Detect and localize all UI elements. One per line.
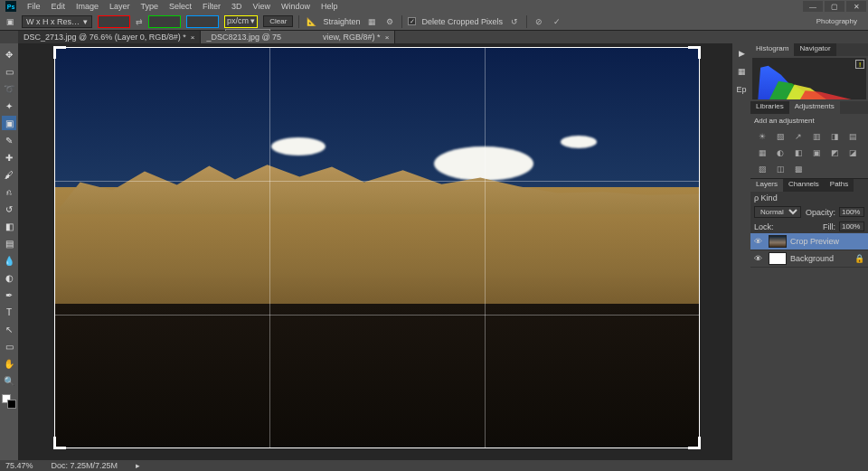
- panel-icon[interactable]: ▦: [738, 67, 746, 76]
- tab-channels[interactable]: Channels: [783, 179, 825, 192]
- document-tab-2[interactable]: _DSC8213.jpg @ 75view, RGB/8#) *×: [201, 31, 395, 43]
- resolution-unit-dropdown[interactable]: px/cm ▾ px/in px/cm: [224, 15, 258, 28]
- opacity-input[interactable]: [839, 207, 864, 217]
- blur-tool[interactable]: 💧: [2, 253, 16, 268]
- crop-tool[interactable]: ▣: [2, 116, 16, 130]
- dodge-tool[interactable]: ◐: [2, 270, 16, 285]
- magic-wand-tool[interactable]: ✦: [2, 99, 16, 113]
- crop-handle-br[interactable]: [688, 437, 701, 449]
- adj-exposure-icon[interactable]: ▥: [810, 131, 823, 142]
- crop-resolution-input[interactable]: [187, 16, 218, 27]
- tab-close-icon[interactable]: ×: [191, 33, 195, 42]
- crop-overlay[interactable]: [54, 47, 700, 448]
- document-size[interactable]: Doc: 7.25M/7.25M: [52, 461, 118, 470]
- straighten-label[interactable]: Straighten: [323, 17, 360, 26]
- adj-invert-icon[interactable]: ◪: [846, 147, 859, 158]
- window-close[interactable]: ✕: [846, 1, 866, 12]
- histogram-warning-icon[interactable]: !: [855, 60, 864, 69]
- crop-width-input[interactable]: [99, 16, 129, 27]
- pen-tool[interactable]: ✒: [2, 287, 16, 302]
- zoom-level[interactable]: 75.47%: [5, 461, 33, 470]
- clone-stamp-tool[interactable]: ⎌: [2, 184, 16, 199]
- document-tab-1[interactable]: DSC_2713.jpg @ 76.6% (Layer 0, RGB/8#) *…: [18, 31, 201, 43]
- crop-handle-tr[interactable]: [688, 46, 701, 59]
- tab-paths[interactable]: Paths: [825, 179, 854, 192]
- background-color[interactable]: [7, 400, 16, 409]
- move-tool[interactable]: ✥: [2, 47, 16, 61]
- layer-row-background[interactable]: 👁 Background 🔒: [750, 250, 868, 268]
- cancel-crop-icon[interactable]: ⊘: [533, 15, 545, 28]
- adj-colorbalance-icon[interactable]: ▦: [756, 147, 769, 158]
- marquee-tool[interactable]: ▭: [2, 64, 16, 79]
- clear-button[interactable]: Clear: [263, 15, 293, 27]
- straighten-icon[interactable]: 📐: [305, 15, 317, 28]
- fill-input[interactable]: [839, 221, 864, 231]
- menu-help[interactable]: Help: [321, 2, 338, 11]
- adj-vibrance-icon[interactable]: ◨: [828, 131, 841, 142]
- commit-crop-icon[interactable]: ✓: [551, 15, 563, 28]
- tab-navigator[interactable]: Navigator: [794, 43, 835, 56]
- menu-type[interactable]: Type: [141, 2, 159, 11]
- blend-mode-dropdown[interactable]: Normal: [754, 206, 801, 218]
- crop-handle-bl[interactable]: [53, 437, 66, 449]
- workspace-switcher[interactable]: Photography: [816, 17, 864, 25]
- export-icon[interactable]: Ep: [736, 85, 746, 94]
- adj-curves-icon[interactable]: ↗: [792, 131, 805, 142]
- hand-tool[interactable]: ✋: [2, 356, 16, 371]
- adj-photofilter-icon[interactable]: ◧: [792, 147, 805, 158]
- adj-threshold-icon[interactable]: ◫: [774, 164, 787, 174]
- menu-3d[interactable]: 3D: [231, 2, 242, 11]
- eyedropper-tool[interactable]: ✎: [2, 133, 16, 147]
- color-swatches[interactable]: [2, 394, 16, 409]
- zoom-tool[interactable]: 🔍: [2, 373, 16, 388]
- gradient-tool[interactable]: ▤: [2, 236, 16, 250]
- visibility-icon[interactable]: 👁: [754, 254, 765, 263]
- adj-posterize-icon[interactable]: ▨: [756, 164, 769, 174]
- layer-name[interactable]: Crop Preview: [790, 237, 839, 246]
- crop-border[interactable]: [54, 47, 700, 448]
- adj-hue-icon[interactable]: ▤: [846, 131, 859, 142]
- adj-brightness-icon[interactable]: ☀: [756, 131, 769, 142]
- brush-tool[interactable]: 🖌: [2, 167, 16, 182]
- swap-dimensions-icon[interactable]: ⇄: [136, 17, 143, 26]
- tab-histogram[interactable]: Histogram: [750, 43, 794, 56]
- layer-name[interactable]: Background: [790, 254, 834, 263]
- eraser-tool[interactable]: ◧: [2, 219, 16, 233]
- menu-edit[interactable]: Edit: [52, 2, 66, 11]
- layer-row-crop-preview[interactable]: 👁 Crop Preview: [750, 233, 868, 250]
- visibility-icon[interactable]: 👁: [754, 237, 765, 246]
- actions-icon[interactable]: ▶: [739, 49, 745, 58]
- tab-adjustments[interactable]: Adjustments: [789, 101, 840, 114]
- layer-thumbnail[interactable]: [769, 252, 787, 265]
- canvas-area[interactable]: [18, 43, 732, 460]
- menu-layer[interactable]: Layer: [109, 2, 130, 11]
- adj-levels-icon[interactable]: ▧: [774, 131, 787, 142]
- menu-view[interactable]: View: [253, 2, 270, 11]
- status-arrow-icon[interactable]: ▸: [136, 461, 140, 470]
- adj-gradientmap-icon[interactable]: ▩: [792, 164, 805, 174]
- crop-handle-tl[interactable]: [53, 46, 66, 59]
- window-maximize[interactable]: ▢: [825, 1, 844, 12]
- crop-settings-icon[interactable]: ⚙: [383, 15, 396, 28]
- shape-tool[interactable]: ▭: [2, 339, 16, 353]
- menu-image[interactable]: Image: [76, 2, 99, 11]
- tab-layers[interactable]: Layers: [750, 179, 783, 192]
- healing-brush-tool[interactable]: ✚: [2, 150, 16, 165]
- crop-height-input[interactable]: [149, 16, 180, 27]
- history-brush-tool[interactable]: ↺: [2, 202, 16, 216]
- menu-select[interactable]: Select: [169, 2, 192, 11]
- adj-channelmixer-icon[interactable]: ▣: [810, 147, 823, 158]
- delete-cropped-checkbox[interactable]: ✓: [408, 17, 416, 25]
- menu-file[interactable]: File: [27, 2, 41, 11]
- document-canvas[interactable]: [54, 47, 700, 448]
- type-tool[interactable]: T: [2, 305, 16, 319]
- menu-window[interactable]: Window: [281, 2, 310, 11]
- tab-libraries[interactable]: Libraries: [750, 101, 789, 114]
- adj-colorlookup-icon[interactable]: ◩: [828, 147, 841, 158]
- path-selection-tool[interactable]: ↖: [2, 322, 16, 336]
- overlay-options-icon[interactable]: ▦: [365, 15, 378, 28]
- layer-thumbnail[interactable]: [769, 235, 787, 248]
- adj-bw-icon[interactable]: ◐: [774, 147, 787, 158]
- lasso-tool[interactable]: ➰: [2, 81, 16, 96]
- menu-filter[interactable]: Filter: [203, 2, 221, 11]
